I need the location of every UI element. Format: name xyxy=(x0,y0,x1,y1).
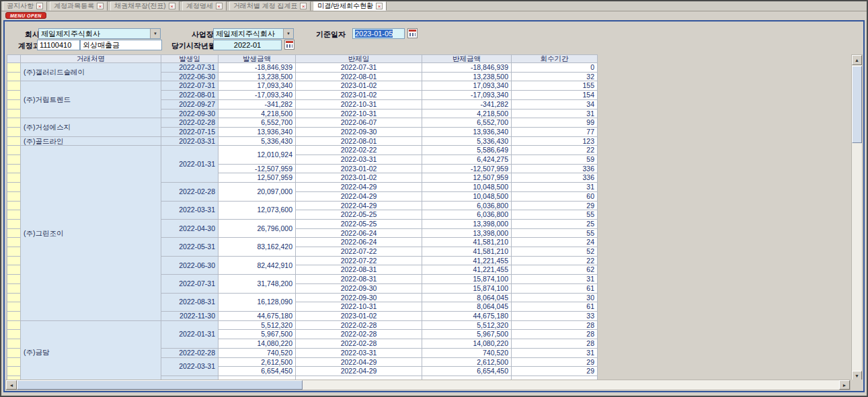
tab-계정명세[interactable]: 계정명세× xyxy=(182,1,227,11)
settle-amount-cell[interactable]: 4,218,500 xyxy=(422,109,512,118)
collection-days-cell[interactable]: 22 xyxy=(512,256,598,265)
occur-amount-cell[interactable]: -17,093,340 xyxy=(219,91,296,100)
settle-date-cell[interactable]: 2022-09-30 xyxy=(296,283,422,293)
row-indicator[interactable] xyxy=(7,127,21,136)
row-indicator[interactable] xyxy=(7,283,21,293)
settle-amount-cell[interactable]: 6,654,450 xyxy=(422,367,512,376)
settle-date-cell[interactable]: 2022-04-29 xyxy=(296,367,422,376)
collection-days-cell[interactable]: 123 xyxy=(512,136,598,146)
occur-date-cell[interactable]: 2022-04-30 xyxy=(161,219,219,237)
settle-date-cell[interactable]: 2022-08-01 xyxy=(296,136,422,146)
settle-amount-cell[interactable]: 5,336,430 xyxy=(422,136,512,146)
occur-amount-cell[interactable]: 6,552,700 xyxy=(219,118,296,128)
row-indicator[interactable] xyxy=(7,247,21,257)
row-indicator[interactable] xyxy=(7,183,21,192)
settle-amount-cell[interactable]: 12,507,959 xyxy=(422,173,512,183)
settle-amount-cell[interactable]: 41,581,210 xyxy=(422,247,512,257)
row-indicator[interactable] xyxy=(7,155,21,165)
occur-date-cell[interactable]: 2022-03-31 xyxy=(161,357,219,376)
occur-date-cell[interactable]: 2022-06-30 xyxy=(161,256,219,274)
row-indicator[interactable] xyxy=(7,109,21,118)
collection-days-cell[interactable]: 55 xyxy=(512,228,598,238)
settle-date-cell[interactable]: 2022-08-31 xyxy=(296,265,422,275)
row-indicator[interactable] xyxy=(7,228,21,238)
occur-date-cell[interactable]: 2022-02-28 xyxy=(161,118,219,128)
collection-days-cell[interactable]: 29 xyxy=(512,357,598,367)
occur-date-cell[interactable]: 2022-01-31 xyxy=(161,320,219,348)
settle-date-cell[interactable]: 2022-09-30 xyxy=(296,293,422,302)
collection-days-cell[interactable]: 32 xyxy=(512,72,598,81)
row-indicator[interactable] xyxy=(7,302,21,312)
settle-amount-cell[interactable]: 2,612,500 xyxy=(422,357,512,367)
occur-date-cell[interactable]: 2022-03-31 xyxy=(161,136,219,146)
occur-date-cell[interactable]: 2022-07-31 xyxy=(161,63,219,73)
settle-date-cell[interactable]: 2022-05-25 xyxy=(296,210,422,220)
collection-days-cell[interactable]: 31 xyxy=(512,348,598,357)
settle-amount-cell[interactable]: 41,221,455 xyxy=(422,256,512,265)
row-indicator[interactable] xyxy=(7,293,21,302)
row-indicator[interactable] xyxy=(7,210,21,220)
collection-days-cell[interactable]: 33 xyxy=(512,311,598,320)
customer-name-cell[interactable]: (주)금담 xyxy=(21,320,161,382)
settle-date-cell[interactable]: 2022-04-29 xyxy=(296,191,422,201)
occur-amount-cell[interactable]: -12,507,959 xyxy=(219,164,296,173)
row-indicator[interactable] xyxy=(7,173,21,183)
settle-date-cell[interactable]: 2022-05-25 xyxy=(296,219,422,228)
collection-days-cell[interactable]: 31 xyxy=(512,183,598,192)
settle-amount-cell[interactable]: 13,238,500 xyxy=(422,72,512,81)
row-indicator[interactable] xyxy=(7,118,21,128)
tab-close-icon[interactable]: × xyxy=(300,3,307,9)
row-indicator[interactable] xyxy=(7,63,21,73)
occur-amount-cell[interactable]: 17,093,340 xyxy=(219,81,296,91)
settle-amount-cell[interactable]: 6,036,800 xyxy=(422,201,512,210)
settle-amount-cell[interactable]: 41,581,210 xyxy=(422,238,512,247)
settle-amount-cell[interactable]: 5,512,320 xyxy=(422,320,512,330)
customer-name-cell[interactable]: (주)골드라인 xyxy=(21,136,161,146)
settle-amount-cell[interactable]: -18,846,939 xyxy=(422,63,512,73)
occur-date-cell[interactable]: 2022-08-31 xyxy=(161,293,219,311)
row-indicator[interactable] xyxy=(7,136,21,146)
settle-amount-cell[interactable]: 13,398,000 xyxy=(422,219,512,228)
customer-name-cell[interactable]: (주)거림트렌드 xyxy=(21,81,161,118)
collection-days-cell[interactable]: 28 xyxy=(512,339,598,349)
settle-amount-cell[interactable]: 44,675,180 xyxy=(422,311,512,320)
tab-채권채무장(전표)[interactable]: 채권채무장(전표)× xyxy=(110,1,180,11)
settle-amount-cell[interactable]: 41,221,455 xyxy=(422,265,512,275)
occur-amount-cell[interactable]: 12,073,600 xyxy=(219,201,296,219)
collection-days-cell[interactable]: 154 xyxy=(512,91,598,100)
settle-amount-cell[interactable]: 8,064,045 xyxy=(422,293,512,302)
row-indicator[interactable] xyxy=(7,330,21,339)
settle-date-cell[interactable]: 2023-01-02 xyxy=(296,173,422,183)
settle-amount-cell[interactable]: -341,282 xyxy=(422,99,512,109)
settle-amount-cell[interactable]: 6,552,700 xyxy=(422,118,512,128)
settle-date-cell[interactable]: 2023-01-02 xyxy=(296,91,422,100)
account-name-input[interactable] xyxy=(80,40,162,50)
tab-미결/반제회수현황[interactable]: 미결/반제회수현황× xyxy=(313,1,387,11)
settle-date-cell[interactable]: 2022-02-22 xyxy=(296,146,422,155)
collection-days-cell[interactable]: 28 xyxy=(512,330,598,339)
vertical-scrollbar[interactable]: ▲ ▼ xyxy=(851,54,863,382)
row-indicator[interactable] xyxy=(7,99,21,109)
occur-date-cell[interactable]: 2022-09-27 xyxy=(161,99,219,109)
occur-amount-cell[interactable]: 31,748,200 xyxy=(219,275,296,293)
settle-amount-cell[interactable]: 10,048,500 xyxy=(422,183,512,192)
settle-date-cell[interactable]: 2022-09-30 xyxy=(296,127,422,136)
settle-date-cell[interactable]: 2022-06-24 xyxy=(296,228,422,238)
settle-amount-cell[interactable]: 740,520 xyxy=(422,348,512,357)
collection-days-cell[interactable]: 61 xyxy=(512,283,598,293)
collection-days-cell[interactable]: 55 xyxy=(512,210,598,220)
collection-days-cell[interactable]: 29 xyxy=(512,201,598,210)
row-indicator[interactable] xyxy=(7,357,21,367)
row-indicator[interactable] xyxy=(7,72,21,81)
occur-date-cell[interactable]: 2022-02-28 xyxy=(161,348,219,357)
calendar-icon[interactable] xyxy=(407,28,418,38)
occur-amount-cell[interactable]: 5,336,430 xyxy=(219,136,296,146)
chevron-down-icon[interactable]: ▼ xyxy=(150,29,160,38)
horizontal-scrollbar[interactable]: ◄ ► xyxy=(5,380,851,390)
settle-amount-cell[interactable]: 15,874,100 xyxy=(422,283,512,293)
collection-days-cell[interactable]: 62 xyxy=(512,265,598,275)
row-indicator[interactable] xyxy=(7,367,21,376)
occur-amount-cell[interactable]: 12,507,959 xyxy=(219,173,296,183)
row-indicator[interactable] xyxy=(7,91,21,100)
settle-date-cell[interactable]: 2022-07-31 xyxy=(296,63,422,73)
